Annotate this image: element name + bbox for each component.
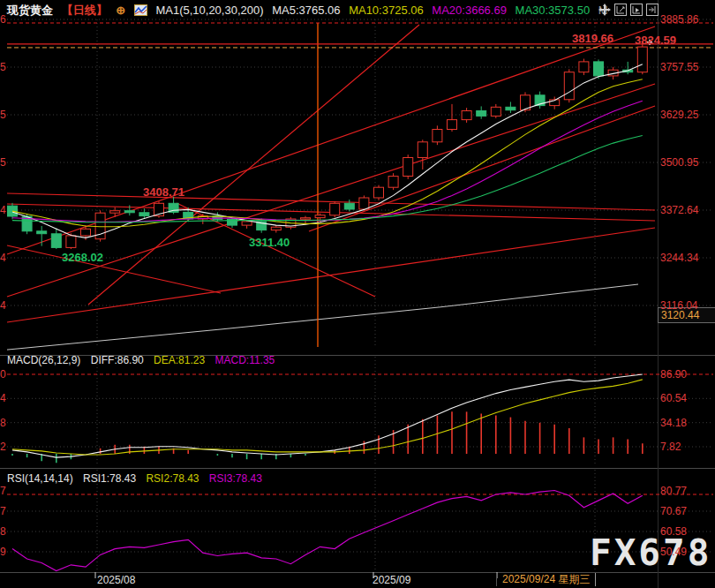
axis-scale-icon[interactable] bbox=[614, 4, 627, 16]
chart-type-icon[interactable] bbox=[134, 4, 147, 19]
macd-macd-value: MACD:11.35 bbox=[214, 354, 275, 366]
rsi3-value: RSI3:78.43 bbox=[209, 472, 262, 485]
ma10-value: MA10:3725.06 bbox=[349, 4, 424, 17]
symbol-name: 现货黄金 bbox=[7, 4, 53, 17]
ma-settings-label: MA1(5,10,20,30,200) bbox=[155, 4, 263, 17]
chart-canvas[interactable] bbox=[0, 0, 715, 588]
period-label: 【日线】 bbox=[62, 4, 108, 17]
add-indicator-icon[interactable]: ⊕ bbox=[116, 4, 125, 17]
pan-move-icon[interactable] bbox=[598, 4, 611, 16]
title-bar: 现货黄金 【日线】 ⊕ MA1(5,10,20,30,200) MA5:3765… bbox=[7, 3, 613, 19]
macd-diff-value: DIFF:86.90 bbox=[91, 354, 144, 366]
rsi2-value: RSI2:78.43 bbox=[146, 472, 199, 485]
ma30-value: MA30:3573.50 bbox=[516, 4, 591, 17]
ma5-value: MA5:3765.06 bbox=[272, 4, 340, 17]
ma200-axis-badge: 3120.44 bbox=[658, 307, 715, 323]
current-date-label: 2025/09/24 星期三 bbox=[496, 573, 596, 586]
ma20-value: MA20:3666.69 bbox=[432, 4, 507, 17]
chart-app: 现货黄金 【日线】 ⊕ MA1(5,10,20,30,200) MA5:3765… bbox=[0, 0, 715, 588]
rsi1-value: RSI1:78.43 bbox=[83, 472, 136, 485]
scroll-right-icon[interactable] bbox=[630, 4, 643, 16]
macd-header: MACD(26,12,9) DIFF:86.90 DEA:81.23 MACD:… bbox=[7, 354, 282, 366]
watermark: FX678 bbox=[590, 531, 711, 574]
jump-latest-icon[interactable] bbox=[646, 4, 659, 16]
chart-toolbar bbox=[598, 4, 659, 16]
macd-dea-value: DEA:81.23 bbox=[154, 354, 205, 366]
macd-params: MACD(26,12,9) bbox=[7, 354, 80, 366]
date-label-sep: 2025/09 bbox=[373, 574, 410, 586]
rsi-params: RSI(14,14,14) bbox=[7, 472, 73, 485]
date-label-aug: 2025/08 bbox=[97, 574, 135, 586]
rsi-header: RSI(14,14,14) RSI1:78.43 RSI2:78.43 RSI3… bbox=[7, 472, 269, 485]
